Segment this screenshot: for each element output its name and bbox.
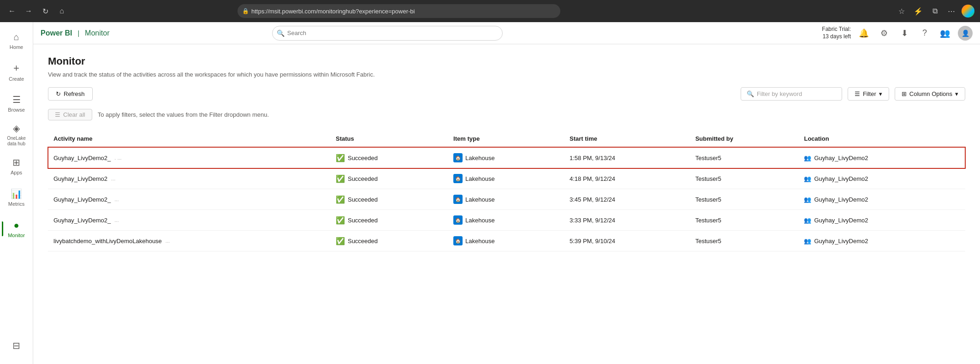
item-type-text: Lakehouse (465, 175, 495, 182)
status-cell: ✅ Succeeded (330, 231, 448, 251)
refresh-label: Refresh (64, 90, 85, 97)
location-text: Guyhay_LivyDemo2 (814, 196, 868, 203)
status-text: Succeeded (348, 238, 378, 245)
filter-icon: ☰ (855, 90, 860, 97)
tab-search-button[interactable]: ⧉ (928, 5, 941, 18)
item-type-text: Lakehouse (465, 238, 495, 245)
start-time-cell: 5:39 PM, 9/10/24 (564, 231, 690, 251)
help-button[interactable]: ? (917, 26, 932, 41)
status-cell: ✅ Succeeded (330, 210, 448, 231)
submitted-by-cell: Testuser5 (690, 189, 799, 210)
activity-name-text: Guyhay_LivyDemo2_ (53, 217, 111, 224)
star-button[interactable]: ☆ (895, 5, 908, 18)
back-button[interactable]: ← (6, 5, 18, 18)
sidebar-item-metrics[interactable]: 📊 Metrics (2, 183, 31, 212)
toolbar: ↻ Refresh 🔍 Filter by keyword ☰ Filter ▾… (48, 87, 965, 101)
address-bar[interactable]: 🔒 https://msit.powerbi.com/monitoringhub… (238, 4, 560, 18)
sidebar-label-onelake: OneLakedata hub (7, 136, 26, 147)
clear-all-button[interactable]: ☰ Clear all (48, 109, 92, 120)
item-type-cell: 🏠 Lakehouse (448, 210, 564, 231)
home-button[interactable]: ⌂ (55, 5, 68, 18)
start-time-cell: 4:18 PM, 9/12/24 (564, 168, 690, 189)
extensions-button[interactable]: ⚡ (912, 5, 925, 18)
sidebar-item-browse[interactable]: ☰ Browse (2, 89, 31, 118)
filter-keyword-icon: 🔍 (747, 90, 754, 97)
sidebar-item-onelake[interactable]: ◈ OneLakedata hub (2, 120, 31, 149)
status-cell: ✅ Succeeded (330, 147, 448, 168)
activity-name-cell: Guyhay_LivyDemo2 ... (48, 168, 330, 189)
sidebar-label-monitor: Monitor (8, 233, 25, 238)
status-cell: ✅ Succeeded (330, 189, 448, 210)
share-button[interactable]: 👥 (938, 26, 952, 41)
global-search-input[interactable] (272, 26, 503, 41)
more-options-text: ... (114, 197, 119, 202)
col-item-type: Item type (448, 131, 564, 147)
activity-name-cell: Guyhay_LivyDemo2_ . ... (48, 147, 330, 168)
col-status: Status (330, 131, 448, 147)
location-text: Guyhay_LivyDemo2 (814, 155, 868, 161)
success-icon: ✅ (336, 195, 345, 204)
location-text: Guyhay_LivyDemo2 (814, 238, 868, 245)
sidebar-item-monitor[interactable]: ● Monitor (2, 214, 31, 244)
refresh-button[interactable]: ↻ Refresh (48, 87, 93, 101)
location-cell: 👥 Guyhay_LivyDemo2 (798, 210, 965, 231)
filter-hint-text: To apply filters, select the values from… (98, 111, 269, 118)
item-type-cell: 🏠 Lakehouse (448, 231, 564, 251)
notification-button[interactable]: 🔔 (856, 26, 871, 41)
location-cell: 👥 Guyhay_LivyDemo2 (798, 231, 965, 251)
column-options-button[interactable]: ⊞ Column Options ▾ (895, 87, 965, 101)
filter-keyword-box[interactable]: 🔍 Filter by keyword (741, 87, 842, 101)
activity-table: Activity name Status Item type Start tim… (48, 131, 965, 251)
brand-section: Monitor (85, 29, 109, 37)
location-text: Guyhay_LivyDemo2 (814, 217, 868, 224)
filter-keyword-placeholder: Filter by keyword (757, 90, 802, 97)
brand-logo: Power BI (41, 29, 72, 37)
filter-chevron-icon: ▾ (879, 90, 882, 97)
app-layout: ⌂ Home + Create ☰ Browse ◈ OneLakedata h… (0, 22, 980, 364)
location-icon: 👥 (804, 155, 811, 161)
more-options-text: . ... (114, 155, 121, 161)
activity-name-text: Guyhay_LivyDemo2 (53, 175, 107, 182)
browser-more-button[interactable]: ⋯ (945, 5, 958, 18)
location-cell: 👥 Guyhay_LivyDemo2 (798, 147, 965, 168)
sidebar-item-create[interactable]: + Create (2, 57, 31, 87)
more-options-text: ... (111, 176, 115, 181)
sidebar-item-apps[interactable]: ⊞ Apps (2, 151, 31, 181)
browser-refresh-button[interactable]: ↻ (39, 5, 52, 18)
col-start-time: Start time (564, 131, 690, 147)
browse-icon: ☰ (12, 94, 21, 105)
apps-icon: ⊞ (12, 157, 20, 168)
expand-icon: ⊟ (12, 340, 20, 351)
table-row[interactable]: Guyhay_LivyDemo2_ ... ✅ Succeeded 🏠 Lake… (48, 189, 965, 210)
table-row[interactable]: Guyhay_LivyDemo2_ . ... ✅ Succeeded 🏠 La… (48, 147, 965, 168)
create-icon: + (13, 62, 19, 74)
sidebar-item-home[interactable]: ⌂ Home (2, 26, 31, 55)
page-title: Monitor (48, 55, 965, 67)
item-type-text: Lakehouse (465, 155, 495, 161)
filter-button[interactable]: ☰ Filter ▾ (848, 87, 889, 101)
browser-chrome: ← → ↻ ⌂ 🔒 https://msit.powerbi.com/monit… (0, 0, 980, 22)
lakehouse-icon: 🏠 (453, 153, 463, 162)
table-row[interactable]: Guyhay_LivyDemo2 ... ✅ Succeeded 🏠 Lakeh… (48, 168, 965, 189)
activity-name-cell: Guyhay_LivyDemo2_ ... (48, 189, 330, 210)
submitted-by-cell: Testuser5 (690, 231, 799, 251)
status-text: Succeeded (348, 155, 378, 161)
sidebar-item-expand[interactable]: ⊟ (2, 331, 31, 360)
table-row[interactable]: Guyhay_LivyDemo2_ ... ✅ Succeeded 🏠 Lake… (48, 210, 965, 231)
forward-button[interactable]: → (22, 5, 35, 18)
table-body: Guyhay_LivyDemo2_ . ... ✅ Succeeded 🏠 La… (48, 147, 965, 251)
item-type-cell: 🏠 Lakehouse (448, 189, 564, 210)
browser-profile[interactable] (962, 5, 974, 18)
table-header-row: Activity name Status Item type Start tim… (48, 131, 965, 147)
table-row[interactable]: livybatchdemo_withLivyDemoLakehouse ... … (48, 231, 965, 251)
header-right: Fabric Trial: 13 days left 🔔 ⚙ ⬇ ? 👥 👤 (822, 26, 973, 41)
download-button[interactable]: ⬇ (897, 26, 912, 41)
metrics-icon: 📊 (11, 188, 22, 199)
clear-all-icon: ☰ (55, 111, 60, 118)
settings-button[interactable]: ⚙ (877, 26, 891, 41)
activity-name-cell: livybatchdemo_withLivyDemoLakehouse ... (48, 231, 330, 251)
location-text: Guyhay_LivyDemo2 (814, 175, 868, 182)
user-avatar[interactable]: 👤 (958, 26, 973, 41)
status-text: Succeeded (348, 196, 378, 203)
refresh-icon: ↻ (56, 90, 61, 97)
